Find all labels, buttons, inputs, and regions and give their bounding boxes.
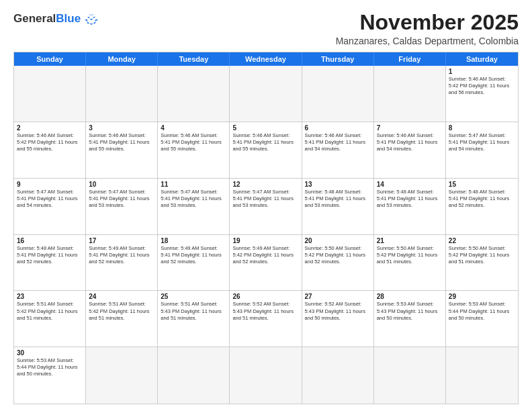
day-number: 23 xyxy=(17,293,83,300)
cal-cell-r3-c0: 16Sunrise: 5:48 AM Sunset: 5:41 PM Dayli… xyxy=(14,235,86,291)
cal-cell-r1-c6: 8Sunrise: 5:47 AM Sunset: 5:41 PM Daylig… xyxy=(446,122,518,178)
cell-info: Sunrise: 5:46 AM Sunset: 5:41 PM Dayligh… xyxy=(377,132,443,152)
cal-cell-r5-c3 xyxy=(230,347,302,404)
svg-marker-2 xyxy=(89,14,93,16)
cal-cell-r4-c6: 29Sunrise: 5:53 AM Sunset: 5:44 PM Dayli… xyxy=(446,291,518,347)
cal-cell-r0-c3 xyxy=(230,66,302,122)
cal-cell-r0-c0 xyxy=(14,66,86,122)
day-number: 17 xyxy=(89,237,154,244)
day-number: 20 xyxy=(305,237,371,244)
cal-cell-r0-c6: 1Sunrise: 5:46 AM Sunset: 5:42 PM Daylig… xyxy=(446,66,518,122)
calendar-body: 1Sunrise: 5:46 AM Sunset: 5:42 PM Daylig… xyxy=(14,66,518,404)
cell-info: Sunrise: 5:47 AM Sunset: 5:41 PM Dayligh… xyxy=(89,189,154,209)
day-number: 19 xyxy=(232,237,298,244)
cell-info: Sunrise: 5:50 AM Sunset: 5:42 PM Dayligh… xyxy=(305,245,371,265)
cell-info: Sunrise: 5:53 AM Sunset: 5:43 PM Dayligh… xyxy=(377,301,443,321)
cal-cell-r5-c6 xyxy=(446,347,518,404)
cell-info: Sunrise: 5:46 AM Sunset: 5:41 PM Dayligh… xyxy=(232,132,298,152)
cell-info: Sunrise: 5:47 AM Sunset: 5:41 PM Dayligh… xyxy=(449,132,515,152)
cell-info: Sunrise: 5:49 AM Sunset: 5:41 PM Dayligh… xyxy=(161,245,226,265)
cal-cell-r1-c3: 5Sunrise: 5:46 AM Sunset: 5:41 PM Daylig… xyxy=(230,122,302,178)
cal-cell-r5-c1 xyxy=(86,347,158,404)
day-number: 11 xyxy=(161,181,226,188)
header-friday: Friday xyxy=(374,52,446,66)
cal-row-0: 1Sunrise: 5:46 AM Sunset: 5:42 PM Daylig… xyxy=(14,66,518,122)
logo-area: General Blue xyxy=(13,11,99,26)
day-number: 8 xyxy=(449,124,515,132)
cal-cell-r5-c0: 30Sunrise: 5:53 AM Sunset: 5:44 PM Dayli… xyxy=(14,347,86,404)
svg-marker-1 xyxy=(87,17,95,20)
day-number: 4 xyxy=(161,124,226,132)
logo-display: General Blue xyxy=(13,12,99,26)
cal-cell-r3-c3: 19Sunrise: 5:49 AM Sunset: 5:42 PM Dayli… xyxy=(230,235,302,291)
header-tuesday: Tuesday xyxy=(158,52,230,66)
logo-bird-icon xyxy=(83,13,99,25)
day-number: 9 xyxy=(17,181,83,188)
day-number: 25 xyxy=(161,293,226,300)
day-number: 15 xyxy=(449,181,515,188)
cal-cell-r4-c0: 23Sunrise: 5:51 AM Sunset: 5:42 PM Dayli… xyxy=(14,291,86,347)
cal-cell-r4-c3: 26Sunrise: 5:52 AM Sunset: 5:43 PM Dayli… xyxy=(230,291,302,347)
cell-info: Sunrise: 5:48 AM Sunset: 5:41 PM Dayligh… xyxy=(449,189,515,209)
day-number: 5 xyxy=(232,124,298,132)
cell-info: Sunrise: 5:46 AM Sunset: 5:41 PM Dayligh… xyxy=(89,132,154,152)
cell-info: Sunrise: 5:49 AM Sunset: 5:42 PM Dayligh… xyxy=(232,245,298,265)
day-number: 26 xyxy=(232,293,298,300)
cal-cell-r5-c4 xyxy=(302,347,374,404)
cal-cell-r4-c2: 25Sunrise: 5:51 AM Sunset: 5:43 PM Dayli… xyxy=(158,291,230,347)
logo-blue-text: Blue xyxy=(56,12,81,26)
cal-cell-r2-c2: 11Sunrise: 5:47 AM Sunset: 5:41 PM Dayli… xyxy=(158,179,230,234)
header-sunday: Sunday xyxy=(14,52,86,66)
cell-info: Sunrise: 5:52 AM Sunset: 5:43 PM Dayligh… xyxy=(305,301,371,321)
cal-cell-r3-c6: 22Sunrise: 5:50 AM Sunset: 5:42 PM Dayli… xyxy=(446,235,518,291)
day-number: 2 xyxy=(17,124,83,132)
header: General Blue November 2025 Manzanares, C… xyxy=(13,11,519,46)
cal-cell-r3-c2: 18Sunrise: 5:49 AM Sunset: 5:41 PM Dayli… xyxy=(158,235,230,291)
cell-info: Sunrise: 5:52 AM Sunset: 5:43 PM Dayligh… xyxy=(232,301,298,321)
cal-cell-r2-c4: 13Sunrise: 5:48 AM Sunset: 5:41 PM Dayli… xyxy=(302,179,374,234)
header-monday: Monday xyxy=(86,52,158,66)
cal-cell-r4-c4: 27Sunrise: 5:52 AM Sunset: 5:43 PM Dayli… xyxy=(302,291,374,347)
title-area: November 2025 Manzanares, Caldas Departm… xyxy=(336,11,519,46)
cell-info: Sunrise: 5:49 AM Sunset: 5:41 PM Dayligh… xyxy=(89,245,154,265)
calendar-header: Sunday Monday Tuesday Wednesday Thursday… xyxy=(14,52,518,66)
cell-info: Sunrise: 5:50 AM Sunset: 5:42 PM Dayligh… xyxy=(449,245,515,265)
header-saturday: Saturday xyxy=(446,52,518,66)
day-number: 30 xyxy=(17,349,83,357)
cal-cell-r2-c0: 9Sunrise: 5:47 AM Sunset: 5:41 PM Daylig… xyxy=(14,179,86,234)
day-number: 7 xyxy=(377,124,443,132)
cal-cell-r0-c2 xyxy=(158,66,230,122)
cal-row-3: 16Sunrise: 5:48 AM Sunset: 5:41 PM Dayli… xyxy=(14,235,518,291)
cal-cell-r2-c6: 15Sunrise: 5:48 AM Sunset: 5:41 PM Dayli… xyxy=(446,179,518,234)
cal-cell-r4-c1: 24Sunrise: 5:51 AM Sunset: 5:42 PM Dayli… xyxy=(86,291,158,347)
cell-info: Sunrise: 5:50 AM Sunset: 5:42 PM Dayligh… xyxy=(377,245,443,265)
cell-info: Sunrise: 5:51 AM Sunset: 5:43 PM Dayligh… xyxy=(161,301,226,321)
cal-cell-r5-c5 xyxy=(374,347,446,404)
cell-info: Sunrise: 5:47 AM Sunset: 5:41 PM Dayligh… xyxy=(232,189,298,209)
cal-cell-r3-c1: 17Sunrise: 5:49 AM Sunset: 5:41 PM Dayli… xyxy=(86,235,158,291)
svg-marker-0 xyxy=(85,19,98,25)
day-number: 29 xyxy=(449,293,515,300)
cell-info: Sunrise: 5:46 AM Sunset: 5:42 PM Dayligh… xyxy=(17,132,83,152)
day-number: 14 xyxy=(377,181,443,188)
day-number: 27 xyxy=(305,293,371,300)
cell-info: Sunrise: 5:48 AM Sunset: 5:41 PM Dayligh… xyxy=(377,189,443,209)
location: Manzanares, Caldas Department, Colombia xyxy=(336,36,519,46)
cal-row-1: 2Sunrise: 5:46 AM Sunset: 5:42 PM Daylig… xyxy=(14,122,518,179)
header-thursday: Thursday xyxy=(302,52,374,66)
day-number: 18 xyxy=(161,237,226,244)
cal-cell-r1-c2: 4Sunrise: 5:46 AM Sunset: 5:41 PM Daylig… xyxy=(158,122,230,178)
page: General Blue November 2025 Manzanares, C… xyxy=(0,0,532,411)
day-number: 10 xyxy=(89,181,154,188)
cal-cell-r3-c5: 21Sunrise: 5:50 AM Sunset: 5:42 PM Dayli… xyxy=(374,235,446,291)
day-number: 13 xyxy=(305,181,371,188)
cal-row-2: 9Sunrise: 5:47 AM Sunset: 5:41 PM Daylig… xyxy=(14,179,518,235)
cell-info: Sunrise: 5:46 AM Sunset: 5:41 PM Dayligh… xyxy=(305,132,371,152)
cell-info: Sunrise: 5:51 AM Sunset: 5:42 PM Dayligh… xyxy=(89,301,154,321)
day-number: 3 xyxy=(89,124,154,132)
cal-cell-r2-c5: 14Sunrise: 5:48 AM Sunset: 5:41 PM Dayli… xyxy=(374,179,446,234)
logo-general-text: General xyxy=(13,12,56,26)
cell-info: Sunrise: 5:46 AM Sunset: 5:41 PM Dayligh… xyxy=(161,132,226,152)
cell-info: Sunrise: 5:48 AM Sunset: 5:41 PM Dayligh… xyxy=(17,245,83,265)
cal-cell-r3-c4: 20Sunrise: 5:50 AM Sunset: 5:42 PM Dayli… xyxy=(302,235,374,291)
